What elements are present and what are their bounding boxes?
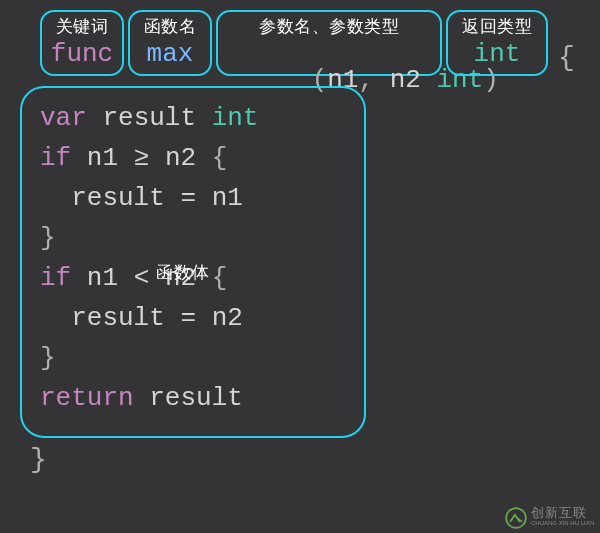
watermark-line1: 创新互联 <box>531 508 594 518</box>
code-token <box>71 143 87 173</box>
rettype-value: int <box>448 35 546 67</box>
code-token <box>87 103 103 133</box>
params-box: 参数名、参数类型 (n1, n2 int) <box>216 10 442 76</box>
watermark-logo-icon <box>505 507 527 529</box>
code-token <box>149 143 165 173</box>
code-token: result <box>40 183 165 213</box>
svg-point-0 <box>506 508 526 528</box>
code-token: ≥ <box>134 143 150 173</box>
code-token: n2 <box>165 143 196 173</box>
code-token: { <box>212 143 228 173</box>
code-token: if <box>40 143 71 173</box>
code-line: return result <box>40 378 346 418</box>
code-token: { <box>212 263 228 293</box>
code-token: if <box>40 263 71 293</box>
code-token <box>196 183 212 213</box>
param-n2: n2 <box>390 65 421 95</box>
funcname-label: 函数名 <box>130 12 210 35</box>
code-line: } <box>40 338 346 378</box>
close-brace: } <box>30 444 47 475</box>
code-token: n2 <box>212 303 243 333</box>
body-label: 函数体 <box>156 261 210 284</box>
code-token: } <box>40 223 56 253</box>
code-line: result = n2 <box>40 298 346 338</box>
code-token: } <box>40 343 56 373</box>
code-token <box>118 263 134 293</box>
keyword-box: 关键词 func <box>40 10 124 76</box>
code-token: int <box>212 103 259 133</box>
funcname-box: 函数名 max <box>128 10 212 76</box>
code-token <box>165 303 181 333</box>
rettype-box: 返回类型 int <box>446 10 548 76</box>
code-token: n1 <box>212 183 243 213</box>
code-token <box>118 143 134 173</box>
code-token: = <box>180 183 196 213</box>
code-line: var result int <box>40 98 346 138</box>
code-line: if n1 ≥ n2 { <box>40 138 346 178</box>
code-token: n1 <box>87 143 118 173</box>
code-token: return <box>40 383 134 413</box>
funcname-value: max <box>130 35 210 67</box>
rettype-label: 返回类型 <box>448 12 546 35</box>
code-token: < <box>134 263 150 293</box>
code-token: result <box>149 383 243 413</box>
params-label: 参数名、参数类型 <box>218 12 440 35</box>
open-brace: { <box>558 42 575 73</box>
code-token <box>134 383 150 413</box>
code-line: result = n1 <box>40 178 346 218</box>
code-token <box>71 263 87 293</box>
diagram-canvas: 关键词 func 函数名 max 参数名、参数类型 (n1, n2 int) 返… <box>0 0 600 533</box>
code-token <box>196 103 212 133</box>
code-token <box>196 303 212 333</box>
keyword-label: 关键词 <box>42 12 122 35</box>
code-token: result <box>40 303 165 333</box>
code-token: result <box>102 103 196 133</box>
code-token: = <box>180 303 196 333</box>
watermark-line2: CHUANG XIN HU LIAN <box>531 518 594 528</box>
code-token <box>196 143 212 173</box>
code-token: n1 <box>87 263 118 293</box>
keyword-value: func <box>42 35 122 67</box>
watermark: 创新互联 CHUANG XIN HU LIAN <box>505 507 594 529</box>
code-token <box>165 183 181 213</box>
param-comma: , <box>358 65 374 95</box>
code-token: var <box>40 103 87 133</box>
code-line: } <box>40 218 346 258</box>
